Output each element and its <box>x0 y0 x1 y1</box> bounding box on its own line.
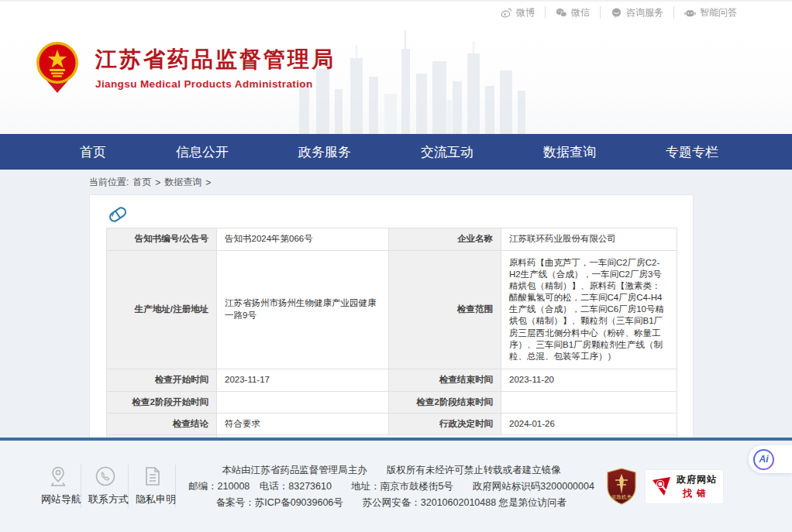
wechat-icon <box>556 8 567 18</box>
topbar-link-label: 微信 <box>571 6 590 19</box>
badge-label-bottom: 找错 <box>677 487 717 500</box>
weibo-icon <box>501 8 512 18</box>
party-gov-shield-badge[interactable]: 党政机关 <box>606 468 637 505</box>
scope-value: 原料药【曲克芦丁，一车间C2厂房C2-H2生产线（合成），一车间C2厂房3号精烘… <box>501 250 677 369</box>
nav-item-info-disclosure[interactable]: 信息公开 <box>176 143 229 161</box>
nav-item-special-topics[interactable]: 专题专栏 <box>666 143 718 161</box>
company-label: 企业名称 <box>389 228 501 251</box>
svg-text:党政机关: 党政机关 <box>611 494 632 500</box>
phase2-end-label: 检查2阶段结束时间 <box>389 391 501 413</box>
topbar-link-label: 微博 <box>516 6 535 19</box>
chat-icon <box>611 8 622 18</box>
site-subtitle: Jiangsu Medical Products Administration <box>95 78 336 90</box>
main-content: 当前位置: 首页 > 数据查询 > 告知书编号/公告号 告知书2024年第066… <box>0 170 792 438</box>
nav-item-data-query[interactable]: 数据查询 <box>543 143 596 161</box>
footer-line-host: 本站由江苏省药品监督管理局主办 版权所有未经许可禁止转载或者建立镜像 <box>183 462 600 479</box>
phase2-start-value <box>217 391 389 413</box>
breadcrumb: 当前位置: 首页 > 数据查询 > <box>89 170 792 194</box>
badge-label-top: 政府网站 <box>677 473 717 486</box>
footer-link-label: 联系方式 <box>88 493 122 506</box>
topbar-link-consult[interactable]: 咨询服务 <box>601 6 674 19</box>
table-row: 检查2阶段开始时间 检查2阶段结束时间 <box>107 391 677 413</box>
table-row: 生产地址/注册地址 江苏省扬州市扬州生物健康产业园健康一路9号 检查范围 原料药… <box>107 250 677 369</box>
nav-item-gov-services[interactable]: 政务服务 <box>298 143 351 161</box>
end-date-value: 2023-11-20 <box>501 369 677 392</box>
footer-link-privacy[interactable]: 隐私申明 <box>129 465 176 508</box>
document-icon <box>136 465 169 488</box>
breadcrumb-separator: > <box>205 177 211 188</box>
topbar-link-wechat[interactable]: 微信 <box>546 6 601 19</box>
site-title: 江苏省药品监督管理局 <box>95 45 336 74</box>
magnifier-flag-icon <box>652 476 672 496</box>
ai-assistant-button[interactable]: Ai <box>749 445 792 473</box>
footer-badges: 党政机关 政府网站 找错 <box>606 468 724 505</box>
inspection-record-table: 告知书编号/公告号 告知书2024年第066号 企业名称 江苏联环药业股份有限公… <box>106 228 677 438</box>
notice-no-value: 告知书2024年第066号 <box>217 228 389 251</box>
conclusion-label: 检查结论 <box>107 413 217 435</box>
ai-icon: Ai <box>753 449 774 470</box>
footer-links: 网站导航 联系方式 隐私申明 <box>35 465 177 508</box>
topbar-link-label: 智能问答 <box>700 6 737 19</box>
breadcrumb-separator: > <box>155 177 160 188</box>
capsule-icon <box>106 204 129 225</box>
phase2-end-value <box>501 391 677 413</box>
site-header: 江苏省药品监督管理局 Jiangsu Medical Products Admi… <box>0 23 792 134</box>
gov-site-error-report-badge[interactable]: 政府网站 找错 <box>645 469 724 504</box>
main-nav: 首页 信息公开 政务服务 交流互动 数据查询 专题专栏 <box>0 134 792 170</box>
logo-block[interactable]: 江苏省药品监督管理局 Jiangsu Medical Products Admi… <box>35 40 336 94</box>
topbar: 微博 微信 咨询服务 智能问答 <box>0 0 792 23</box>
conclusion-value: 符合要求 <box>217 413 389 435</box>
inspection-record-card: 告知书编号/公告号 告知书2024年第066号 企业名称 江苏联环药业股份有限公… <box>89 194 694 438</box>
breadcrumb-home-link[interactable]: 首页 <box>133 176 151 189</box>
start-date-label: 检查开始时间 <box>107 369 217 392</box>
decision-date-value: 2024-01-26 <box>501 413 677 435</box>
breadcrumb-data-query-link[interactable]: 数据查询 <box>164 176 201 189</box>
phase2-start-label: 检查2阶段开始时间 <box>107 391 217 413</box>
end-date-label: 检查结束时间 <box>389 369 501 392</box>
topbar-link-qa[interactable]: 智能问答 <box>674 6 747 19</box>
company-value: 江苏联环药业股份有限公司 <box>501 228 677 251</box>
footer-link-sitemap[interactable]: 网站导航 <box>35 465 81 508</box>
footer-line-icp: 备案号：苏ICP备09039606号 苏公网安备：32010602010488 … <box>183 495 600 511</box>
site-footer: 网站导航 联系方式 隐私申明 本站由江苏省药品监督管理局主办 版权所有未经许可禁… <box>0 438 792 532</box>
robot-icon <box>684 8 696 18</box>
national-emblem-logo <box>35 40 80 94</box>
topbar-link-label: 咨询服务 <box>626 6 663 19</box>
address-label: 生产地址/注册地址 <box>107 250 217 369</box>
start-date-value: 2023-11-17 <box>217 369 389 392</box>
nav-item-home[interactable]: 首页 <box>80 143 106 161</box>
topbar-link-weibo[interactable]: 微博 <box>491 6 546 19</box>
phone-icon <box>88 465 122 488</box>
table-row: 告知书编号/公告号 告知书2024年第066号 企业名称 江苏联环药业股份有限公… <box>107 228 677 251</box>
decision-date-label: 行政决定时间 <box>389 413 501 435</box>
nav-item-interaction[interactable]: 交流互动 <box>421 143 473 161</box>
footer-link-label: 网站导航 <box>41 493 74 506</box>
table-row: 检查结论 符合要求 行政决定时间 2024-01-26 <box>107 413 677 435</box>
footer-info: 本站由江苏省药品监督管理局主办 版权所有未经许可禁止转载或者建立镜像 邮编：21… <box>177 462 606 511</box>
notice-no-label: 告知书编号/公告号 <box>107 228 217 251</box>
scope-label: 检查范围 <box>389 250 501 369</box>
footer-link-label: 隐私申明 <box>136 493 169 506</box>
map-pin-icon <box>41 465 74 488</box>
address-value: 江苏省扬州市扬州生物健康产业园健康一路9号 <box>217 250 389 369</box>
footer-line-contact: 邮编：210008 电话：83273610 地址：南京市鼓楼街5号 政府网站标识… <box>183 479 600 495</box>
breadcrumb-prefix: 当前位置: <box>89 176 129 189</box>
footer-link-contact[interactable]: 联系方式 <box>82 465 129 508</box>
table-row: 检查开始时间 2023-11-17 检查结束时间 2023-11-20 <box>107 369 677 392</box>
